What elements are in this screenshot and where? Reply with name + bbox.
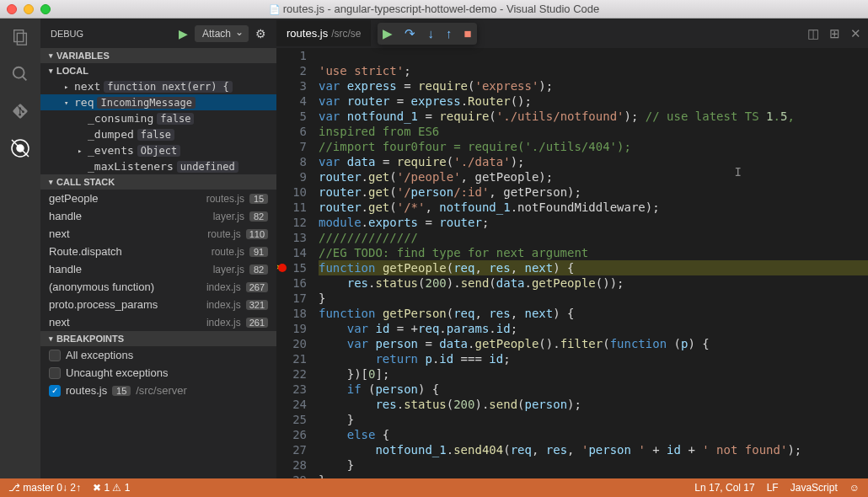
local-header[interactable]: Local [40,63,276,78]
checkbox[interactable] [49,367,61,379]
variable-item[interactable]: _consuming false [40,110,276,126]
svg-rect-0 [14,30,24,42]
continue-icon[interactable]: ▶ [383,26,393,41]
variable-item[interactable]: ▾req IncomingMessage [40,94,276,110]
breakpoint-all-exceptions[interactable]: All exceptions [40,346,276,364]
close-icon[interactable]: ✕ [850,26,861,41]
debug-label: DEBUG [51,29,172,39]
step-into-icon[interactable]: ↓ [427,26,434,41]
variables-header[interactable]: Variables [40,48,276,63]
feedback-icon[interactable]: ☺ [849,482,860,494]
variable-item[interactable]: ▸_events Object [40,142,276,158]
stackframe[interactable]: handlelayer.js82 [40,207,276,225]
callstack-header[interactable]: Call Stack [40,174,276,190]
svg-point-2 [13,67,24,78]
cursor-position[interactable]: Ln 17, Col 17 [694,482,754,494]
variable-item[interactable]: _maxListeners undefined [40,158,276,174]
stackframe[interactable]: proto.process_paramsindex.js321 [40,296,276,313]
stackframe[interactable]: nextindex.js261 [40,313,276,331]
stackframe[interactable]: nextroute.js110 [40,225,276,243]
split-icon[interactable]: ◫ [807,26,819,41]
git-branch[interactable]: ⎇ master 0↓ 2↑ [8,482,81,494]
stackframe[interactable]: Route.dispatchroute.js91 [40,243,276,260]
tab-routes[interactable]: routes.js /src/se [276,20,371,46]
breakpoints-header[interactable]: Breakpoints [40,331,276,346]
titlebar: routes.js - angular-typescript-hottowel-… [0,0,868,19]
svg-point-6 [17,145,24,152]
git-icon[interactable] [10,101,30,121]
text-cursor-icon: I [735,164,742,179]
stackframe[interactable]: handlelayer.js82 [40,260,276,278]
explorer-icon[interactable] [10,27,30,47]
search-icon[interactable] [10,64,30,84]
gear-icon[interactable]: ⚙ [255,27,266,40]
code-editor[interactable]: 1234567891011121314➤15161718192021222324… [276,48,868,478]
checkbox[interactable] [49,350,61,361]
debug-sidebar: DEBUG ▶ Attach ⚙ Variables Local ▸next f… [40,19,276,478]
step-over-icon[interactable]: ↷ [405,26,415,41]
breakpoint-file[interactable]: ✓ routes.js 15 /src/server [40,382,276,399]
window-title: routes.js - angular-typescript-hottowel-… [0,3,868,15]
activity-bar [0,19,40,478]
tabbar: routes.js /src/se ▶ ↷ ↓ ↑ ■ ◫ ⊞ ✕ [276,19,868,48]
editor-area: routes.js /src/se ▶ ↷ ↓ ↑ ■ ◫ ⊞ ✕ 123456… [276,19,868,478]
svg-line-3 [23,77,27,81]
step-out-icon[interactable]: ↑ [446,26,453,41]
debug-config-dropdown[interactable]: Attach [195,25,249,42]
variable-item[interactable]: _dumped false [40,126,276,142]
checkbox-checked[interactable]: ✓ [49,385,61,397]
debug-icon[interactable] [10,138,30,158]
errors-warnings[interactable]: ✖ 1 ⚠ 1 [93,482,130,494]
stackframe[interactable]: (anonymous function)index.js267 [40,278,276,296]
variable-item[interactable]: ▸next function next(err) { [40,78,276,94]
debug-toolbar: ▶ ↷ ↓ ↑ ■ [378,23,476,45]
start-debug-icon[interactable]: ▶ [179,27,188,40]
status-bar: ⎇ master 0↓ 2↑ ✖ 1 ⚠ 1 Ln 17, Col 17 LF … [0,478,868,497]
svg-rect-1 [17,33,26,45]
stop-icon[interactable]: ■ [463,26,471,41]
language-mode[interactable]: JavaScript [790,482,838,494]
stackframe[interactable]: getPeopleroutes.js15 [40,190,276,207]
breakpoint-uncaught[interactable]: Uncaught exceptions [40,364,276,382]
eol[interactable]: LF [767,482,779,494]
more-icon[interactable]: ⊞ [829,26,840,41]
